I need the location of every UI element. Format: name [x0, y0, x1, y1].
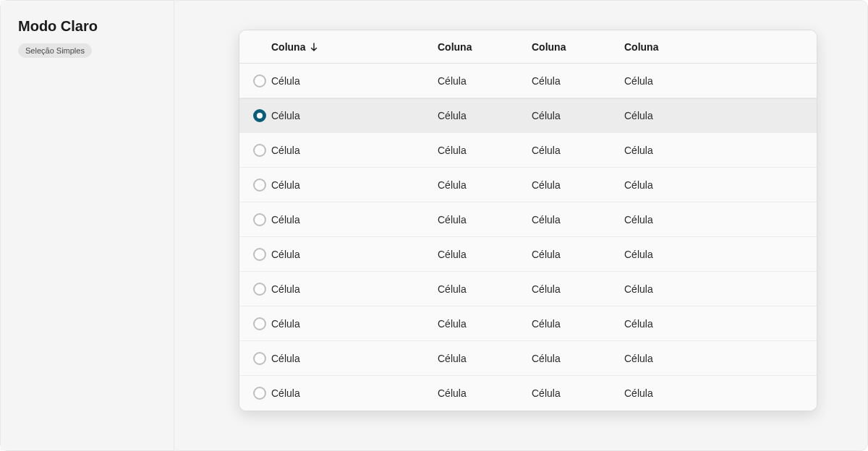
- app-frame: Modo Claro Seleção Simples Coluna Coluna: [0, 0, 868, 451]
- radio-cell: [239, 352, 271, 365]
- table-cell: Célula: [624, 353, 717, 364]
- sidebar: Modo Claro Seleção Simples: [1, 1, 174, 450]
- column-header-label: Coluna: [532, 41, 566, 53]
- table-cell: Célula: [532, 110, 624, 121]
- table-cell: Célula: [532, 145, 624, 156]
- main-content: Coluna Coluna Coluna Coluna Cél: [174, 1, 867, 450]
- table-cell: Célula: [624, 214, 717, 226]
- row-radio[interactable]: [253, 74, 266, 87]
- table-cell: Célula: [532, 387, 624, 399]
- table-row[interactable]: CélulaCélulaCélulaCélula: [239, 341, 817, 376]
- table-cell: Célula: [438, 387, 532, 399]
- table-row[interactable]: CélulaCélulaCélulaCélula: [239, 202, 817, 237]
- column-header-1[interactable]: Coluna: [271, 41, 438, 53]
- table-cell: Célula: [438, 75, 532, 87]
- row-radio[interactable]: [253, 179, 266, 192]
- table-row[interactable]: CélulaCélulaCélulaCélula: [239, 168, 817, 202]
- table-cell: Célula: [438, 283, 532, 295]
- radio-cell: [239, 179, 271, 192]
- column-header-3[interactable]: Coluna: [532, 41, 624, 53]
- table-cell: Célula: [532, 318, 624, 330]
- table-cell: Célula: [271, 214, 438, 226]
- row-radio[interactable]: [253, 109, 266, 122]
- table-cell: Célula: [438, 110, 532, 121]
- table-cell: Célula: [532, 75, 624, 87]
- table-cell: Célula: [438, 249, 532, 260]
- column-header-label: Coluna: [624, 41, 658, 53]
- radio-cell: [239, 213, 271, 226]
- table-cell: Célula: [624, 249, 717, 260]
- table-cell: Célula: [532, 353, 624, 364]
- table-cell: Célula: [271, 353, 438, 364]
- table-cell: Célula: [271, 283, 438, 295]
- row-radio[interactable]: [253, 317, 266, 330]
- table-row[interactable]: CélulaCélulaCélulaCélula: [239, 237, 817, 272]
- table-cell: Célula: [624, 283, 717, 295]
- row-radio[interactable]: [253, 387, 266, 400]
- row-radio[interactable]: [253, 352, 266, 365]
- table-row[interactable]: CélulaCélulaCélulaCélula: [239, 64, 817, 98]
- table-cell: Célula: [271, 387, 438, 399]
- table-row[interactable]: CélulaCélulaCélulaCélula: [239, 306, 817, 341]
- table-cell: Célula: [438, 145, 532, 156]
- radio-cell: [239, 248, 271, 261]
- row-radio[interactable]: [253, 144, 266, 157]
- table-row[interactable]: CélulaCélulaCélulaCélula: [239, 272, 817, 306]
- radio-cell: [239, 144, 271, 157]
- table-cell: Célula: [532, 179, 624, 191]
- table-row[interactable]: CélulaCélulaCélulaCélula: [239, 98, 817, 133]
- radio-cell: [239, 109, 271, 122]
- table-cell: Célula: [438, 214, 532, 226]
- table-row[interactable]: CélulaCélulaCélulaCélula: [239, 376, 817, 411]
- table-cell: Célula: [532, 214, 624, 226]
- table-cell: Célula: [624, 387, 717, 399]
- table-body: CélulaCélulaCélulaCélulaCélulaCélulaCélu…: [239, 64, 817, 411]
- column-header-label: Coluna: [438, 41, 472, 53]
- table-cell: Célula: [624, 145, 717, 156]
- table-row[interactable]: CélulaCélulaCélulaCélula: [239, 133, 817, 168]
- radio-cell: [239, 317, 271, 330]
- radio-cell: [239, 387, 271, 400]
- sort-ascending-icon: [310, 42, 318, 51]
- table-cell: Célula: [624, 179, 717, 191]
- page-title: Modo Claro: [18, 18, 156, 35]
- table-cell: Célula: [271, 249, 438, 260]
- table-cell: Célula: [438, 318, 532, 330]
- data-table: Coluna Coluna Coluna Coluna Cél: [239, 30, 817, 411]
- table-cell: Célula: [624, 318, 717, 330]
- row-radio[interactable]: [253, 213, 266, 226]
- table-cell: Célula: [438, 353, 532, 364]
- column-header-label: Coluna: [271, 41, 305, 53]
- table-cell: Célula: [271, 318, 438, 330]
- table-header-row: Coluna Coluna Coluna Coluna: [239, 30, 817, 64]
- table-cell: Célula: [532, 249, 624, 260]
- table-cell: Célula: [271, 110, 438, 121]
- column-header-2[interactable]: Coluna: [438, 41, 532, 53]
- radio-cell: [239, 74, 271, 87]
- table-cell: Célula: [624, 75, 717, 87]
- column-header-4[interactable]: Coluna: [624, 41, 717, 53]
- table-cell: Célula: [271, 75, 438, 87]
- row-radio[interactable]: [253, 283, 266, 296]
- table-cell: Célula: [532, 283, 624, 295]
- table-cell: Célula: [438, 179, 532, 191]
- table-cell: Célula: [271, 179, 438, 191]
- table-cell: Célula: [271, 145, 438, 156]
- radio-cell: [239, 283, 271, 296]
- row-radio[interactable]: [253, 248, 266, 261]
- mode-chip: Seleção Simples: [18, 43, 92, 58]
- table-cell: Célula: [624, 110, 717, 121]
